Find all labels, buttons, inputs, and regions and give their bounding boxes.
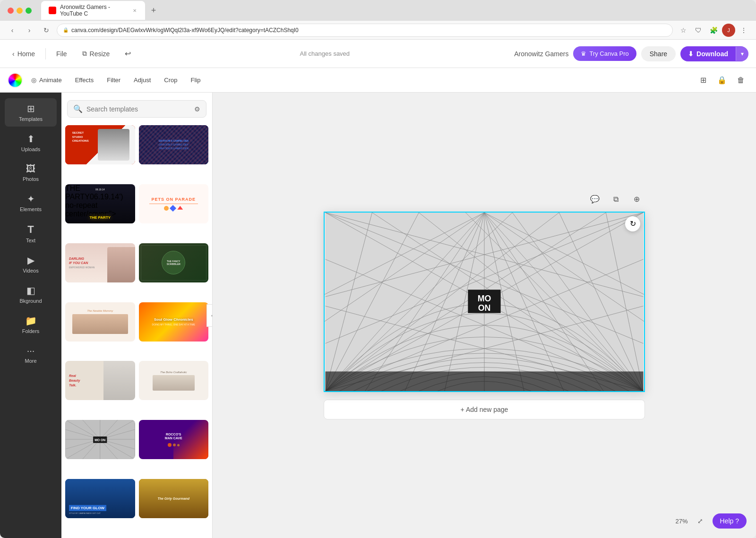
filter-button[interactable]: Filter [102,74,125,86]
resize-button[interactable]: ⧉ Resize [77,47,115,60]
color-wheel-button[interactable] [8,73,23,88]
share-button[interactable]: Share [641,46,676,61]
search-input[interactable] [86,105,190,113]
background-label: Bkground [19,298,42,304]
sidebar-item-folders[interactable]: 📁 Folders [5,310,57,339]
canvas-wrapper: 💬 ⧉ ⊕ [324,212,645,419]
home-chevron-icon: ‹ [12,50,15,58]
minimize-traffic-light[interactable] [17,8,23,14]
close-traffic-light[interactable] [8,8,14,14]
zoom-expand-button[interactable]: ⤢ [694,514,707,528]
elements-label: Elements [20,206,42,212]
resize-label: Resize [90,50,110,58]
add-page-button[interactable]: + Add new page [324,400,645,419]
file-menu-button[interactable]: File [52,47,72,60]
crown-icon: ♛ [581,50,586,57]
delete-icon[interactable]: 🗑 [733,73,748,88]
animate-label: Animate [39,77,62,84]
address-bar[interactable]: 🔒 canva.com/design/DAEGwlxvWrk/ogWlQql2l… [57,24,673,37]
home-button[interactable]: ‹ Home [8,47,40,60]
more-options-button[interactable]: ⊕ [628,191,645,208]
list-item[interactable]: The Newbie Mommy [65,302,135,342]
search-box[interactable]: 🔍 ⚙ [67,100,206,118]
download-label: Download [696,50,728,58]
canvas-controls: 💬 ⧉ ⊕ [586,191,645,208]
list-item[interactable]: THE PARTY06.19.14') no-repeat center/cov… [65,184,135,223]
uploads-label: Uploads [21,146,40,152]
list-item[interactable]: RealBeautyTalk. [65,361,135,400]
text-label: Text [26,238,35,243]
flip-label: Flip [190,77,200,84]
more-options-icon[interactable]: ⋮ [737,24,750,37]
animate-button[interactable]: ◎ Animate [26,74,67,86]
canvas-frame[interactable]: MO ON ↻ [324,212,645,392]
list-item[interactable]: Soul Glow Chronicles DOING MY THING, ONE… [139,302,209,342]
download-dropdown-button[interactable]: ▾ [736,47,748,61]
panel-collapse-button[interactable]: ‹ [206,304,213,327]
new-tab-button[interactable]: + [147,4,160,17]
main-layout: ⊞ Templates ⬆ Uploads 🖼 Photos ✦ Element… [0,93,756,538]
crop-label: Crop [164,77,177,84]
sidebar-item-videos[interactable]: ▶ Videos [5,250,57,278]
list-item[interactable]: FIND YOUR GLOW STYLE BY CAMRA RADIO GET … [65,479,135,518]
duplicate-button[interactable]: ⧉ [607,191,624,208]
tab-close-button[interactable]: ✕ [132,7,137,14]
template-grid: SECRETSTUDIOCREATIONS GRAYSON'S GAMING D… [61,121,212,538]
grid-view-icon[interactable]: ⊞ [696,73,711,88]
sidebar-item-more[interactable]: ··· More [5,341,57,368]
maximize-traffic-light[interactable] [26,8,32,14]
forward-button[interactable]: › [23,24,36,37]
crop-button[interactable]: Crop [159,74,182,86]
filter-icon[interactable]: ⚙ [194,105,200,113]
animate-icon: ◎ [31,77,36,84]
extensions-icon[interactable]: 🧩 [707,24,720,37]
filter-label: Filter [107,77,120,84]
lock-icon[interactable]: 🔒 [714,73,730,88]
profile-avatar[interactable]: J [722,24,735,37]
videos-icon: ▶ [27,255,34,266]
bookmark-icon[interactable]: ☆ [677,24,690,37]
refresh-button[interactable]: ↻ [40,24,53,37]
effects-button[interactable]: Effects [70,74,99,86]
auto-save-status: All changes saved [141,50,508,57]
background-icon: ◧ [26,285,35,296]
list-item[interactable]: MO ON [65,420,135,459]
templates-label: Templates [19,116,43,122]
list-item[interactable]: The Girly Gourmand [139,479,209,518]
folders-label: Folders [22,328,40,334]
list-item[interactable]: The Boho Craftaholic [139,361,209,400]
url-text: canva.com/design/DAEGwlxvWrk/ogWlQql2l3a… [71,27,667,34]
svg-text:MO ON: MO ON [94,438,105,442]
sidebar-item-elements[interactable]: ✦ Elements [5,188,57,217]
sidebar-item-background[interactable]: ◧ Bkground [5,280,57,308]
adjust-button[interactable]: Adjust [129,74,155,86]
tab-favicon [49,7,56,14]
shield-icon[interactable]: 🛡 [692,24,705,37]
list-item[interactable]: DARLINGIF YOU CAN EMPOWERED WOMAN [65,243,135,282]
template-panel: 🔍 ⚙ SECRETSTUDIOCREATIONS [61,93,213,538]
sidebar-item-templates[interactable]: ⊞ Templates [5,98,57,127]
sidebar-item-text[interactable]: T Text [5,219,57,248]
list-item[interactable]: GRAYSON'S GAMING DEN GRAYSON'S GAMING DE… [139,125,209,164]
help-button[interactable]: Help ? [713,513,747,529]
canvas-refresh-button[interactable]: ↻ [625,216,640,231]
zoom-level: 27% [676,518,688,525]
list-item[interactable]: PETS ON PARADE [139,184,209,223]
tab-title: Aronowitz Gamers - YouTube C [60,4,128,17]
canvas-area: 💬 ⧉ ⊕ [213,93,756,538]
list-item[interactable]: ROCCO'SMAN CAVE [139,420,209,459]
undo-button[interactable]: ↩ [120,46,135,61]
try-pro-button[interactable]: ♛ Try Canva Pro [573,46,636,61]
back-button[interactable]: ‹ [6,24,19,37]
browser-nav-icons: ☆ 🛡 🧩 J ⋮ [677,24,750,37]
comment-button[interactable]: 💬 [586,191,603,208]
sidebar-item-uploads[interactable]: ⬆ Uploads [5,128,57,157]
sidebar-item-photos[interactable]: 🖼 Photos [5,159,57,187]
active-browser-tab[interactable]: Aronowitz Gamers - YouTube C ✕ [41,1,145,20]
flip-button[interactable]: Flip [186,74,205,86]
download-button[interactable]: ⬇ Download [680,46,736,61]
list-item[interactable]: SECRETSTUDIOCREATIONS [65,125,135,164]
uploads-icon: ⬆ [27,133,35,145]
list-item[interactable]: THE FANCYSCRIBBLER [139,243,209,282]
resize-icon: ⧉ [82,50,87,58]
